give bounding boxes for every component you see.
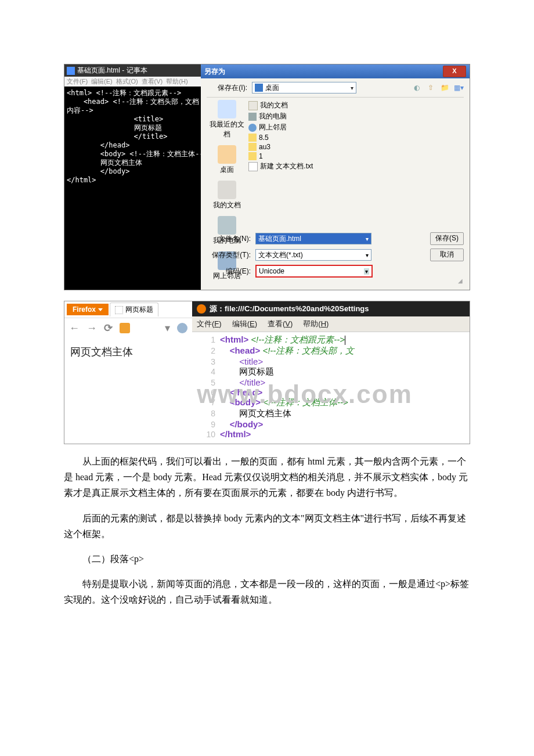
filetype-select[interactable]: 文本文档(*.txt) ▾ (255, 249, 371, 261)
line-number: 3 (192, 357, 215, 366)
file-item-label: 我的电脑 (259, 111, 287, 121)
close-button[interactable]: X (443, 66, 466, 77)
file-list-item[interactable]: 我的电脑 (247, 111, 464, 122)
encoding-select[interactable]: Unicode ▾ (255, 265, 373, 278)
src-menu-item[interactable]: 文件(F) (197, 319, 222, 328)
reload-icon[interactable]: ⟳ (104, 322, 113, 334)
fld-icon (248, 152, 257, 160)
place-icon (218, 100, 236, 118)
view-source-menu-bar[interactable]: 文件(F)编辑(E)查看(V)帮助(H) (192, 316, 470, 332)
notepad-menu-bar[interactable]: 文件(F)编辑(E)格式(O)查看(V)帮助(H) (64, 77, 201, 87)
txt-icon (248, 162, 258, 171)
view-icon[interactable]: ▦▾ (453, 82, 464, 93)
file-item-label: 网上邻居 (259, 123, 287, 132)
navigation-toolbar: ← → ⟳ ▾ (64, 318, 192, 338)
line-number: 7 (192, 398, 215, 407)
place-icon (218, 145, 236, 164)
back-icon[interactable]: ← (69, 322, 80, 334)
save-in-select[interactable]: 桌面 ▾ (252, 82, 356, 93)
file-item-label: au3 (259, 143, 270, 151)
code-line: 4 网页标题 (192, 366, 470, 377)
place-label: 桌面 (207, 165, 247, 175)
place-label: 我最近的文档 (207, 120, 247, 139)
code-line: 10</html> (192, 429, 470, 439)
notepad-menu-item[interactable]: 文件(F) (67, 78, 88, 85)
notepad-title-text: 基础页面.html - 记事本 (77, 66, 147, 75)
file-item-label: 我的文档 (260, 100, 288, 110)
desktop-icon (255, 84, 263, 92)
notepad-window: 基础页面.html - 记事本 文件(F)编辑(E)格式(O)查看(V)帮助(H… (64, 64, 201, 290)
code-line: 3 <title> (192, 357, 470, 366)
firefox-menu-button[interactable]: Firefox (67, 304, 109, 315)
figure-firefox-source: Firefox 网页标题 ← → ⟳ ▾ 网页文档主体 源：file:///C:… (64, 301, 470, 444)
places-item[interactable]: 我的文档 (207, 181, 247, 210)
file-item-label: 新建 文本文档.txt (260, 161, 313, 171)
notepad-menu-item[interactable]: 帮助(H) (166, 78, 187, 85)
source-code-area[interactable]: www.bdocx.com 1<html> <!--注释：文档跟元素-->2 <… (192, 332, 470, 444)
line-number: 10 (192, 430, 215, 439)
place-icon (218, 181, 236, 199)
line-number: 6 (192, 388, 215, 397)
browser-tab[interactable]: 网页标题 (110, 303, 158, 316)
save-button[interactable]: 保存(S) (430, 232, 464, 245)
file-list[interactable]: 我的文档我的电脑网上邻居8.5au31新建 文本文档.txt (247, 100, 464, 230)
page-content: 网页文档主体 (64, 338, 192, 444)
file-list-item[interactable]: au3 (247, 142, 464, 152)
filename-value: 基础页面.html (258, 234, 301, 244)
saveas-dialog: 另存为 X 保存在(I): 桌面 ▾ ◐ ⇧ 📁 ▦▾ (201, 64, 470, 290)
code-line: 1<html> <!--注释：文档跟元素--> (192, 334, 470, 345)
up-icon[interactable]: ⇧ (425, 82, 436, 93)
notepad-menu-item[interactable]: 编辑(E) (91, 78, 113, 85)
file-list-item[interactable]: 1 (247, 152, 464, 161)
places-item[interactable]: 桌面 (207, 145, 247, 175)
chevron-down-icon: ▾ (364, 268, 369, 275)
pc-icon (248, 113, 257, 121)
view-source-window: 源：file:///C:/Documents%20and%20Settings … (192, 301, 470, 444)
line-number: 9 (192, 420, 215, 429)
firefox-window: Firefox 网页标题 ← → ⟳ ▾ 网页文档主体 (64, 301, 192, 444)
src-menu-item[interactable]: 查看(V) (268, 319, 293, 328)
code-line: 5 </title> (192, 377, 470, 387)
file-list-item[interactable]: 8.5 (247, 133, 464, 142)
notepad-editor[interactable]: <html> <!--注释：文档跟元素--> <head> <!--注释：文档头… (64, 87, 201, 290)
view-source-title-bar: 源：file:///C:/Documents%20and%20Settings (192, 301, 470, 316)
article-heading: （二）段落<p> (64, 551, 470, 567)
filename-input[interactable]: 基础页面.html ▾ (255, 233, 371, 244)
code-line: 2 <head> <!--注释：文档头部，文 (192, 345, 470, 357)
line-number: 1 (192, 335, 215, 344)
tab-title: 网页标题 (125, 305, 153, 315)
firefox-icon (197, 304, 206, 314)
save-in-label: 保存在(I): (207, 83, 247, 93)
line-number: 4 (192, 367, 215, 376)
file-item-label: 1 (259, 152, 263, 160)
forward-icon[interactable]: → (86, 322, 97, 334)
src-menu-item[interactable]: 帮助(H) (303, 319, 329, 328)
save-in-value: 桌面 (265, 83, 279, 93)
filetype-value: 文本文档(*.txt) (258, 250, 303, 260)
dropdown-icon[interactable]: ▾ (165, 322, 170, 334)
back-icon[interactable]: ◐ (412, 82, 422, 93)
fld-icon (248, 143, 257, 151)
notepad-menu-item[interactable]: 格式(O) (116, 78, 138, 85)
encoding-label: 编码(E): (207, 267, 251, 276)
chevron-down-icon: ▾ (366, 236, 369, 242)
article-paragraph: 从上面的框架代码，我们可以看出，一般的页面，都有 html 元素，其一般内含两个… (64, 453, 470, 501)
home-icon[interactable] (120, 323, 130, 333)
figure-notepad-saveas: 基础页面.html - 记事本 文件(F)编辑(E)格式(O)查看(V)帮助(H… (64, 64, 470, 290)
net-icon (248, 124, 257, 132)
file-list-item[interactable]: 网上邻居 (247, 122, 464, 133)
encoding-value: Unicode (259, 267, 284, 275)
new-folder-icon[interactable]: 📁 (439, 82, 450, 93)
globe-icon (177, 323, 187, 333)
cancel-button[interactable]: 取消 (430, 249, 464, 261)
notepad-menu-item[interactable]: 查看(V) (142, 78, 163, 85)
place-label: 我的文档 (207, 200, 247, 210)
places-bar: 我最近的文档桌面我的文档我的电脑网上邻居 (207, 100, 247, 230)
article-paragraph: 后面的元素的测试，都是以替换掉 body 元素内的文本"网页文档主体"进行书写，… (64, 510, 470, 542)
file-list-item[interactable]: 我的文档 (247, 100, 464, 111)
file-list-item[interactable]: 新建 文本文档.txt (247, 161, 464, 172)
src-menu-item[interactable]: 编辑(E) (232, 319, 257, 328)
doc-icon (248, 101, 258, 110)
places-item[interactable]: 我最近的文档 (207, 100, 247, 139)
fld-icon (248, 134, 257, 142)
